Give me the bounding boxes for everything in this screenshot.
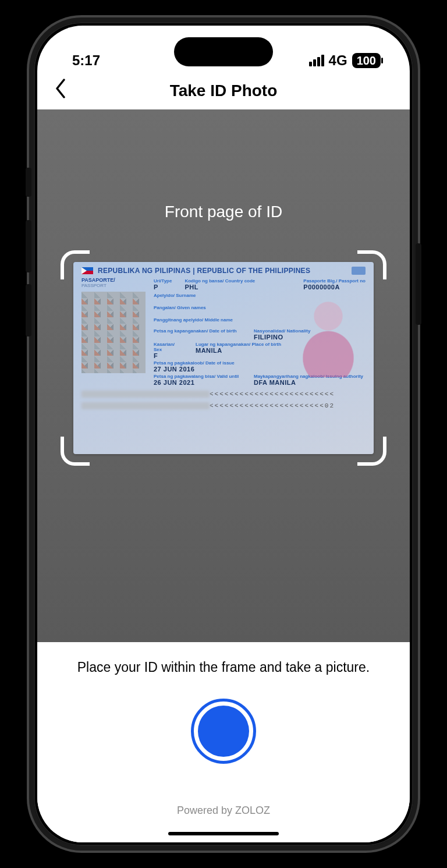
back-button[interactable] xyxy=(55,79,66,103)
passport-photo xyxy=(81,292,146,373)
shutter-inner-icon xyxy=(198,706,249,757)
screen: 5:17 4G 100 Take ID Photo Front page of … xyxy=(37,26,410,842)
pob-value: MANILA xyxy=(196,347,281,354)
biometric-chip-icon xyxy=(352,267,366,275)
authority-value: DFA MANILA xyxy=(254,379,363,386)
mute-switch xyxy=(26,168,31,197)
volume-up-button xyxy=(26,220,31,272)
passport-no-label: Pasaporte Blg./ Passport no xyxy=(303,278,366,284)
camera-viewport: Front page of ID REPUBLIKA NG PILIPINAS … xyxy=(37,109,410,642)
mrz-line-2: <<<<<<<<<<<<<<<<<<<<<<<02 xyxy=(81,402,366,409)
sex-value: F xyxy=(154,352,183,359)
expiry-date-label: Petsa ng pagkawalang bisa/ Valid until xyxy=(154,374,241,379)
country-code-label: Kodigo ng bansa/ Country code xyxy=(185,278,255,284)
status-time: 5:17 xyxy=(72,52,100,69)
powered-by-label: Powered by ZOLOZ xyxy=(177,805,270,817)
shutter-button[interactable] xyxy=(191,699,256,764)
dob-label: Petsa ng kapanganakan/ Date of birth xyxy=(154,328,241,334)
ghost-portrait xyxy=(293,290,363,377)
type-label: Uri/Type xyxy=(154,278,172,284)
issue-date-label: Petsa ng pagkakaloob/ Date of issue xyxy=(154,360,241,366)
capture-frame: REPUBLIKA NG PILIPINAS | REPUBLIC OF THE… xyxy=(61,250,386,466)
volume-down-button xyxy=(26,284,31,336)
sex-label: Kasarian/ Sex xyxy=(154,342,183,352)
type-value: P xyxy=(154,284,172,290)
pob-label: Lugar ng kapanganakan/ Place of birth xyxy=(196,342,281,347)
instruction-text: Place your ID within the frame and take … xyxy=(77,660,370,675)
status-right: 4G 100 xyxy=(309,52,381,69)
bottom-panel: Place your ID within the frame and take … xyxy=(37,642,410,842)
network-label: 4G xyxy=(329,52,347,69)
passport-card: REPUBLIKA NG PILIPINAS | REPUBLIC OF THE… xyxy=(73,262,374,454)
home-indicator[interactable] xyxy=(168,832,279,835)
doc-label-en: PASSPORT xyxy=(81,283,146,288)
country-code-value: PHL xyxy=(185,284,255,290)
flag-icon xyxy=(81,267,93,274)
page-title: Take ID Photo xyxy=(170,82,278,100)
signal-icon xyxy=(309,55,324,66)
expiry-date-value: 26 JUN 2021 xyxy=(154,379,241,386)
phone-frame: 5:17 4G 100 Take ID Photo Front page of … xyxy=(29,17,418,851)
mrz-line-1: <<<<<<<<<<<<<<<<<<<<<<<<< xyxy=(81,391,366,398)
passport-country-title: REPUBLIKA NG PILIPINAS | REPUBLIC OF THE… xyxy=(98,267,310,275)
chevron-left-icon xyxy=(55,79,66,98)
dynamic-island xyxy=(174,37,273,66)
passport-header: REPUBLIKA NG PILIPINAS | REPUBLIC OF THE… xyxy=(81,267,366,275)
battery-icon: 100 xyxy=(352,53,381,68)
issue-date-value: 27 JUN 2016 xyxy=(154,366,241,373)
nav-bar: Take ID Photo xyxy=(37,72,410,109)
power-button xyxy=(416,243,421,325)
frame-label: Front page of ID xyxy=(165,203,282,221)
doc-label: PASAPORTE/ xyxy=(81,277,146,283)
